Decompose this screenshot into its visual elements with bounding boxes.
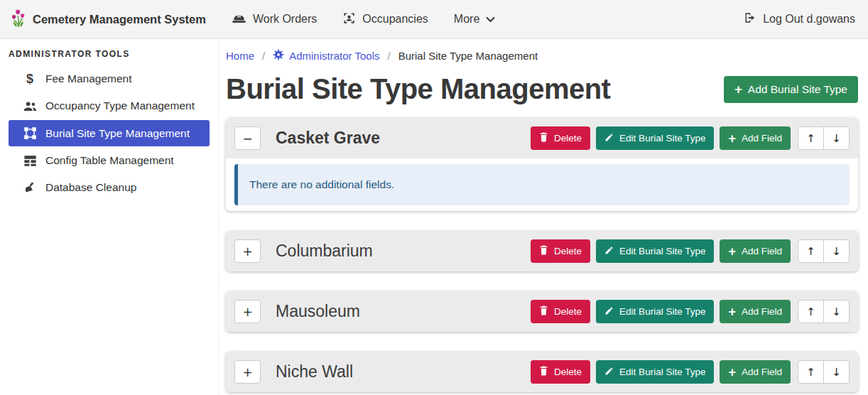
add-field-button[interactable]: + Add Field (720, 239, 791, 263)
reorder-group: ↑ ↓ (798, 126, 850, 150)
reorder-group: ↑ ↓ (798, 360, 850, 384)
trash-icon (539, 305, 548, 318)
plus-icon: + (728, 132, 736, 145)
delete-button[interactable]: Delete (531, 126, 590, 150)
sidebar: ADMINISTRATOR TOOLS $ Fee Management Occ… (0, 39, 219, 395)
sidebar-item-label: Database Cleanup (45, 181, 136, 194)
gear-icon (273, 49, 284, 63)
edit-label: Edit Burial Site Type (619, 133, 705, 144)
panel-actions: Delete Edit Burial Site Type + Add Field (531, 300, 850, 323)
broom-icon (21, 181, 38, 194)
delete-button[interactable]: Delete (531, 360, 590, 384)
sidebar-item-database-cleanup[interactable]: Database Cleanup (9, 175, 210, 200)
add-field-label: Add Field (742, 133, 782, 144)
nav-work-orders[interactable]: Work Orders (232, 12, 317, 27)
add-field-button[interactable]: + Add Field (720, 126, 791, 150)
nav-occupancies[interactable]: Occupancies (342, 11, 428, 28)
nav-label: More (454, 13, 479, 26)
add-field-label: Add Field (742, 367, 782, 377)
pencil-icon (604, 133, 614, 144)
frame-user-icon (342, 11, 356, 28)
move-down-button[interactable]: ↓ (823, 300, 850, 323)
add-field-label: Add Field (742, 306, 782, 317)
panel-actions: Delete Edit Burial Site Type + Add Field (531, 239, 850, 263)
add-field-button[interactable]: + Add Field (720, 360, 791, 384)
chevron-down-icon (486, 13, 495, 26)
add-burial-site-type-button[interactable]: + Add Burial Site Type (724, 76, 858, 103)
nav-more[interactable]: More (454, 13, 495, 26)
plus-icon: + (728, 245, 736, 258)
expand-toggle-button[interactable]: + (234, 300, 261, 323)
panel-header: + Mausoleum Delete (226, 291, 858, 332)
delete-label: Delete (554, 367, 582, 377)
edit-burial-site-type-button[interactable]: Edit Burial Site Type (596, 300, 714, 323)
top-navbar: Cemetery Management System Work Orders O… (0, 0, 868, 39)
sidebar-item-config-table[interactable]: Config Table Management (9, 148, 210, 173)
panel-title: Niche Wall (276, 362, 531, 382)
breadcrumb-current: Burial Site Type Management (398, 50, 538, 62)
collapse-toggle-button[interactable]: − (234, 126, 261, 150)
breadcrumb-admin-tools-label: Administrator Tools (289, 50, 379, 62)
panel-body: There are no additional fields. (226, 158, 858, 211)
breadcrumb-home-link[interactable]: Home (226, 50, 254, 62)
burial-type-panel: − Casket Grave Delete (226, 118, 858, 211)
add-field-button[interactable]: + Add Field (720, 300, 791, 323)
delete-button[interactable]: Delete (531, 300, 590, 323)
move-down-button[interactable]: ↓ (823, 239, 850, 263)
page-header: Burial Site Type Management + Add Burial… (226, 73, 858, 105)
move-up-button[interactable]: ↑ (798, 300, 824, 323)
sidebar-heading: ADMINISTRATOR TOOLS (9, 49, 218, 59)
logout-button[interactable]: Log Out d.gowans (743, 11, 855, 27)
hard-hat-icon (232, 12, 246, 27)
sidebar-list: $ Fee Management Occupancy Type Manageme… (0, 66, 218, 200)
move-up-button[interactable]: ↑ (798, 360, 824, 384)
nav-label: Occupancies (362, 13, 428, 26)
move-down-button[interactable]: ↓ (823, 126, 850, 150)
breadcrumb: Home / Administ (226, 49, 858, 63)
users-icon (21, 100, 38, 112)
sidebar-item-label: Occupancy Type Management (45, 99, 195, 112)
breadcrumb-home-label: Home (226, 50, 254, 62)
plus-icon: + (728, 366, 736, 379)
edit-burial-site-type-button[interactable]: Edit Burial Site Type (596, 126, 714, 150)
panel-actions: Delete Edit Burial Site Type + Add Field (531, 360, 850, 384)
plus-icon: + (734, 83, 742, 96)
move-up-button[interactable]: ↑ (798, 126, 824, 150)
sidebar-item-burial-site-type[interactable]: Burial Site Type Management (9, 120, 210, 146)
panel-title: Mausoleum (276, 302, 531, 321)
expand-toggle-button[interactable]: + (234, 360, 261, 384)
burial-type-panel: + Niche Wall Delete (226, 352, 858, 392)
edit-label: Edit Burial Site Type (619, 306, 705, 317)
sidebar-item-label: Config Table Management (45, 154, 174, 167)
nav-label: Work Orders (253, 13, 317, 26)
panel-header: − Casket Grave Delete (226, 118, 858, 158)
app-brand[interactable]: Cemetery Management System (10, 7, 206, 31)
expand-toggle-button[interactable]: + (234, 239, 261, 263)
table-icon (21, 155, 38, 167)
edit-burial-site-type-button[interactable]: Edit Burial Site Type (596, 239, 714, 263)
pencil-icon (604, 246, 614, 257)
delete-button[interactable]: Delete (531, 239, 590, 263)
trash-icon (539, 366, 548, 378)
pencil-icon (604, 367, 614, 378)
move-down-button[interactable]: ↓ (823, 360, 850, 384)
sidebar-item-fee-management[interactable]: $ Fee Management (9, 66, 210, 92)
delete-label: Delete (554, 133, 582, 144)
panel-header: + Columbarium Delete (226, 231, 858, 271)
edit-burial-site-type-button[interactable]: Edit Burial Site Type (596, 360, 714, 384)
panel-title: Columbarium (276, 242, 531, 261)
main-nav: Work Orders Occupancies More (232, 11, 495, 28)
sign-out-icon (743, 11, 756, 27)
logout-label: Log Out d.gowans (763, 13, 855, 26)
add-field-label: Add Field (742, 246, 782, 256)
burial-type-panel: + Mausoleum Delete (226, 291, 858, 332)
main-content: Home / Administ (219, 39, 868, 395)
burial-type-panel: + Columbarium Delete (226, 231, 858, 271)
page-title: Burial Site Type Management (226, 73, 610, 105)
sidebar-item-occupancy-type[interactable]: Occupancy Type Management (9, 93, 210, 119)
breadcrumb-admin-tools-link[interactable]: Administrator Tools (273, 49, 379, 63)
tulip-logo-icon (10, 7, 27, 31)
move-up-button[interactable]: ↑ (798, 239, 824, 263)
reorder-group: ↑ ↓ (798, 239, 850, 263)
panel-actions: Delete Edit Burial Site Type + Add Field (531, 126, 850, 150)
